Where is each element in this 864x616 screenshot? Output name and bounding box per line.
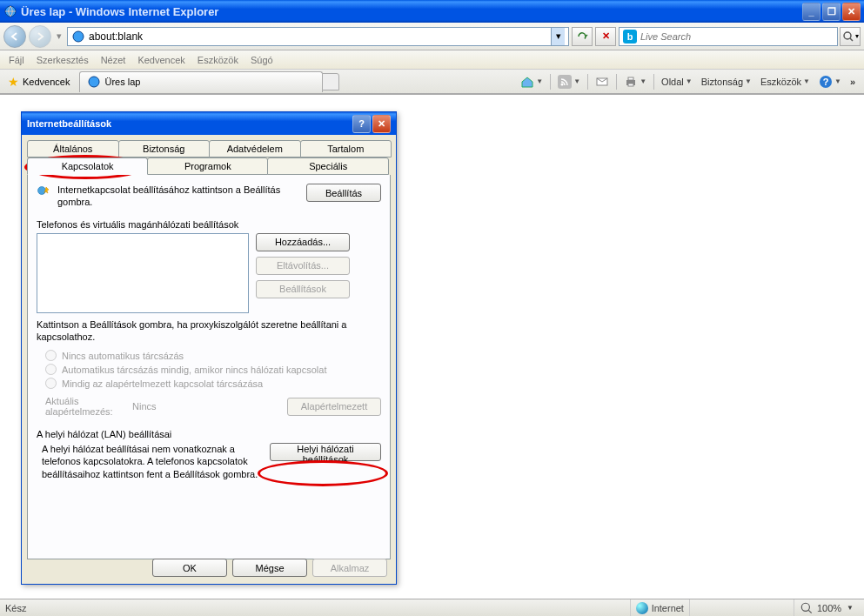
status-zone[interactable]: Internet <box>630 599 689 616</box>
connection-wizard-icon <box>37 184 50 198</box>
svg-point-5 <box>561 83 564 85</box>
svg-point-12 <box>38 187 46 195</box>
radio-dial-no-net: Automatikus tárcsázás mindig, amikor nin… <box>45 364 381 375</box>
svg-point-3 <box>89 77 99 87</box>
ok-button[interactable]: OK <box>152 559 227 577</box>
radio-always-dial: Mindig az alapértelmezett kapcsolat tárc… <box>45 378 381 389</box>
menu-file[interactable]: Fájl <box>3 53 30 67</box>
tab-connections[interactable]: Kapcsolatok <box>27 157 148 175</box>
dialog-title: Internetbeállítások <box>27 118 111 129</box>
svg-point-13 <box>801 603 809 611</box>
setup-text: Internetkapcsolat beállításához kattints… <box>57 184 299 209</box>
svg-rect-4 <box>558 75 572 89</box>
dial-settings-button: Beállítások <box>256 280 350 298</box>
minimize-button[interactable]: _ <box>802 3 820 21</box>
favorites-label: Kedvencek <box>23 77 70 87</box>
tab-panel-connections: Internetkapcsolat beállításához kattints… <box>27 175 391 559</box>
feeds-button[interactable]: ▼ <box>554 73 584 90</box>
status-zoom[interactable]: 100% ▼ <box>794 599 859 616</box>
forward-button[interactable] <box>29 25 51 48</box>
lan-settings-button[interactable]: Helyi hálózati beállítások <box>270 443 381 461</box>
nav-toolbar: ▾ ▾ ✕ b ▾ <box>0 23 864 50</box>
maximize-button[interactable]: ❐ <box>822 3 841 21</box>
svg-rect-8 <box>628 77 633 80</box>
window-titlebar: Üres lap - Windows Internet Explorer _ ❐… <box>0 0 864 23</box>
dialog-tabs: Általános Biztonság Adatvédelem Tartalom… <box>22 135 396 175</box>
mail-button[interactable] <box>592 73 613 90</box>
back-button[interactable] <box>3 25 26 48</box>
refresh-button[interactable] <box>572 27 593 46</box>
bing-icon: b <box>623 30 637 44</box>
dialog-close-button[interactable]: ✕ <box>372 115 391 133</box>
svg-point-1 <box>73 31 84 42</box>
home-icon <box>520 75 534 89</box>
search-input[interactable] <box>640 31 834 42</box>
ie-icon <box>3 4 17 18</box>
dialog-help-button[interactable]: ? <box>352 115 371 133</box>
internet-options-dialog: Internetbeállítások ? ✕ Általános Bizton… <box>21 111 397 585</box>
page-menu[interactable]: Oldal▼ <box>658 75 696 89</box>
help-icon: ? <box>819 75 833 89</box>
star-icon: ★ <box>8 75 19 89</box>
tools-menu[interactable]: Eszközök▼ <box>757 75 814 89</box>
printer-icon <box>624 75 638 89</box>
menu-tools[interactable]: Eszközök <box>192 53 244 67</box>
current-default-label: Aktuális alapértelmezés: <box>45 396 132 417</box>
menu-view[interactable]: Nézet <box>96 53 131 67</box>
address-bar[interactable]: ▾ <box>67 27 569 46</box>
menu-favorites[interactable]: Kedvencek <box>132 53 190 67</box>
radio-never-dial: Nincs automatikus tárcsázás <box>45 350 381 361</box>
menu-bar: Fájl Szerkesztés Nézet Kedvencek Eszközö… <box>0 50 864 70</box>
tab-bar: ★ Kedvencek Üres lap ▼ ▼ <box>0 70 864 94</box>
print-button[interactable]: ▼ <box>620 73 650 90</box>
menu-help[interactable]: Súgó <box>245 53 278 67</box>
dialup-listbox[interactable] <box>37 233 249 313</box>
cancel-button[interactable]: Mégse <box>232 559 307 577</box>
lan-text: A helyi hálózat beállításai nem vonatkoz… <box>37 443 263 480</box>
lan-section-label: A helyi hálózat (LAN) beállításai <box>37 429 381 439</box>
tab-icon <box>87 75 101 89</box>
tab-programs[interactable]: Programok <box>147 157 268 175</box>
nav-history-dropdown[interactable]: ▾ <box>54 26 64 47</box>
current-default-value: Nincs <box>132 401 245 412</box>
new-tab-button[interactable] <box>322 73 339 90</box>
remove-button: Eltávolítás... <box>256 257 350 275</box>
protected-mode-cell <box>689 599 794 616</box>
tab-security[interactable]: Biztonság <box>118 140 211 157</box>
apply-button: Alkalmaz <box>312 559 387 577</box>
stop-button[interactable]: ✕ <box>595 27 616 46</box>
tab-general[interactable]: Általános <box>27 140 119 157</box>
toolbar-overflow[interactable]: » <box>847 75 859 89</box>
mail-icon <box>595 75 609 89</box>
dialup-section-label: Telefonos és virtuális magánhálózati beá… <box>37 219 381 230</box>
rss-icon <box>558 75 572 89</box>
search-button[interactable]: ▾ <box>840 27 861 46</box>
home-button[interactable]: ▼ <box>517 73 546 90</box>
url-input[interactable] <box>89 30 551 43</box>
search-box[interactable]: b <box>619 27 838 46</box>
safety-menu[interactable]: Biztonság▼ <box>698 75 755 89</box>
help-button[interactable]: ? ▼ <box>815 73 845 90</box>
page-icon <box>71 30 85 44</box>
status-ready: Kész <box>5 603 26 613</box>
setup-button[interactable]: Beállítás <box>306 184 381 202</box>
window-close-button[interactable]: ✕ <box>842 3 861 21</box>
set-default-button: Alapértelmezett <box>287 398 381 416</box>
add-button[interactable]: Hozzáadás... <box>256 233 350 251</box>
dialog-titlebar: Internetbeállítások ? ✕ <box>22 112 396 135</box>
status-bar: Kész Internet 100% ▼ <box>0 599 864 616</box>
window-title: Üres lap - Windows Internet Explorer <box>21 5 802 18</box>
zoom-icon <box>800 601 814 615</box>
browser-tab[interactable]: Üres lap <box>79 71 323 92</box>
globe-icon <box>636 602 648 614</box>
svg-rect-9 <box>628 84 633 86</box>
tab-title: Üres lap <box>104 77 140 87</box>
favorites-button[interactable]: ★ Kedvencek <box>2 72 76 91</box>
svg-point-2 <box>844 32 851 39</box>
menu-edit[interactable]: Szerkesztés <box>31 53 94 67</box>
address-dropdown[interactable]: ▾ <box>551 28 565 45</box>
svg-text:?: ? <box>823 77 829 87</box>
tab-advanced[interactable]: Speciális <box>267 157 389 175</box>
tab-content[interactable]: Tartalom <box>300 140 392 157</box>
tab-privacy[interactable]: Adatvédelem <box>209 140 301 157</box>
